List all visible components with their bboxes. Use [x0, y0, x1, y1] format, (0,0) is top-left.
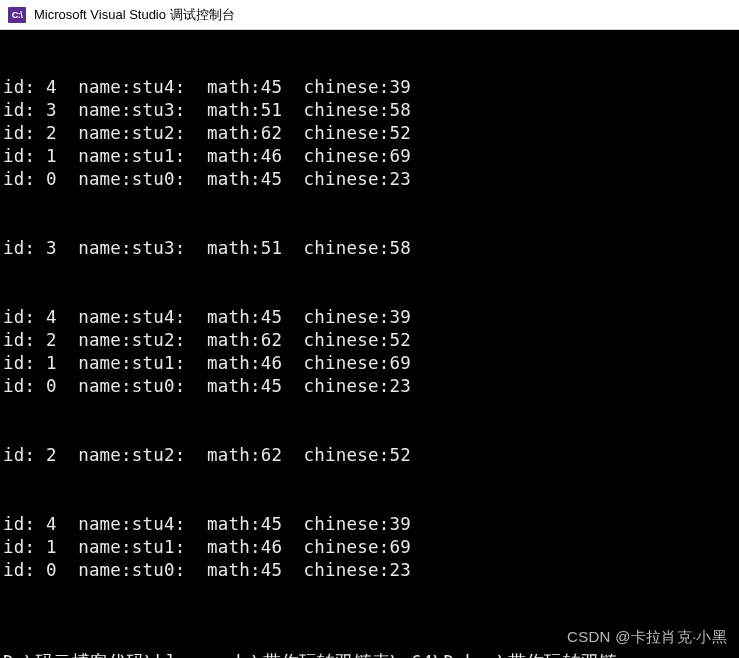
output-line: id: 3 name:stu3: math:51 chinese:58: [3, 237, 739, 260]
output-line: id: 4 name:stu4: math:45 chinese:39: [3, 513, 739, 536]
output-line: id: 2 name:stu2: math:62 chinese:52: [3, 444, 739, 467]
output-line: id: 4 name:stu4: math:45 chinese:39: [3, 306, 739, 329]
blank-line: [3, 260, 739, 283]
blank-line: [3, 490, 739, 513]
footer-path: D:\码云博客代码\blog-code\带你玩转双链表\x64\Debug\带你…: [3, 651, 739, 658]
blank-line: [3, 582, 739, 605]
watermark: CSDN @卡拉肖克·小黑: [567, 625, 727, 648]
console-output[interactable]: id: 4 name:stu4: math:45 chinese:39id: 3…: [0, 30, 739, 658]
output-line: id: 4 name:stu4: math:45 chinese:39: [3, 76, 739, 99]
output-line: id: 1 name:stu1: math:46 chinese:69: [3, 536, 739, 559]
blank-line: [3, 421, 739, 444]
output-line: id: 0 name:stu0: math:45 chinese:23: [3, 375, 739, 398]
output-line: id: 3 name:stu3: math:51 chinese:58: [3, 99, 739, 122]
output-line: id: 0 name:stu0: math:45 chinese:23: [3, 559, 739, 582]
app-icon: C:\: [8, 7, 26, 23]
window-title: Microsoft Visual Studio 调试控制台: [34, 6, 235, 24]
output-line: id: 1 name:stu1: math:46 chinese:69: [3, 145, 739, 168]
blank-line: [3, 214, 739, 237]
output-line: id: 0 name:stu0: math:45 chinese:23: [3, 168, 739, 191]
output-line: id: 2 name:stu2: math:62 chinese:52: [3, 122, 739, 145]
output-line: id: 1 name:stu1: math:46 chinese:69: [3, 352, 739, 375]
output-line: id: 2 name:stu2: math:62 chinese:52: [3, 329, 739, 352]
app-icon-label: C:\: [12, 10, 23, 20]
console-text: id: 4 name:stu4: math:45 chinese:39id: 3…: [3, 76, 739, 605]
titlebar: C:\ Microsoft Visual Studio 调试控制台: [0, 0, 739, 30]
blank-line: [3, 283, 739, 306]
blank-line: [3, 467, 739, 490]
blank-line: [3, 191, 739, 214]
blank-line: [3, 398, 739, 421]
